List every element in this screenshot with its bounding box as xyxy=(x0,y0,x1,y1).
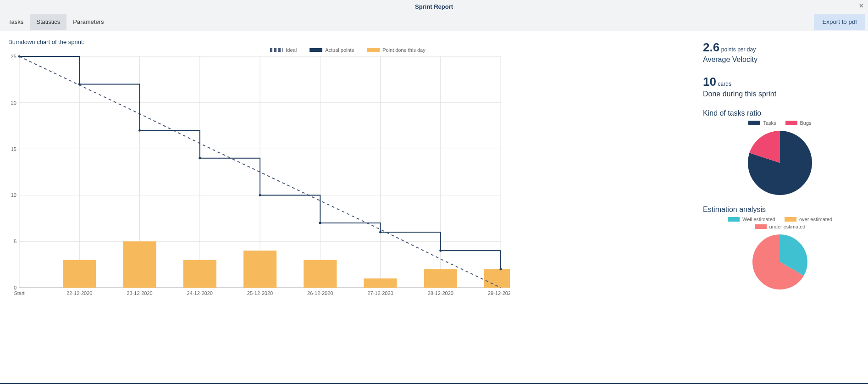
est-legend-over: over estimated xyxy=(785,217,832,222)
done-value: 10 xyxy=(703,75,716,89)
svg-text:5: 5 xyxy=(14,239,17,244)
velocity-value: 2.6 xyxy=(703,40,719,54)
svg-point-45 xyxy=(379,231,381,234)
burndown-chart-area: Burndown chart of the sprint: Ideal Actu… xyxy=(2,36,694,303)
svg-text:24-12-2020: 24-12-2020 xyxy=(187,290,213,296)
done-unit: cards xyxy=(718,81,731,87)
est-legend-well: Well estimated xyxy=(728,217,775,222)
velocity-unit: points per day xyxy=(721,46,756,53)
window-title: Sprint Report xyxy=(415,3,453,10)
swatch-ideal xyxy=(270,48,283,52)
ratio-legend-tasks-label: Tasks xyxy=(763,120,776,126)
svg-point-44 xyxy=(319,222,321,224)
svg-rect-31 xyxy=(63,260,96,288)
est-legend: Well estimated over estimated under esti… xyxy=(703,217,857,229)
svg-rect-36 xyxy=(364,278,397,288)
swatch-tasks xyxy=(748,121,760,125)
done-label: Done during this sprint xyxy=(703,90,857,98)
swatch-actual xyxy=(310,48,322,52)
svg-text:25-12-2020: 25-12-2020 xyxy=(247,290,273,296)
stat-done: 10 cards Done during this sprint xyxy=(703,75,857,98)
export-pdf-button[interactable]: Export to pdf xyxy=(814,14,865,30)
stat-velocity: 2.6 points per day Average Velocity xyxy=(703,40,857,64)
ratio-legend-bugs: Bugs xyxy=(785,120,812,126)
velocity-label: Average Velocity xyxy=(703,56,857,64)
tab-statistics[interactable]: Statistics xyxy=(30,14,66,30)
burndown-title: Burndown chart of the sprint: xyxy=(8,39,690,45)
legend-bars: Point done this day xyxy=(367,47,426,53)
svg-text:10: 10 xyxy=(11,192,17,198)
burndown-chart: 0510152025Start22-12-202023-12-202024-12… xyxy=(6,54,510,301)
svg-text:23-12-2020: 23-12-2020 xyxy=(127,290,152,296)
svg-text:0: 0 xyxy=(14,285,17,290)
svg-point-42 xyxy=(199,157,201,159)
legend-actual-label: Actual points xyxy=(325,47,354,53)
svg-rect-38 xyxy=(484,269,510,288)
svg-rect-32 xyxy=(123,241,156,288)
ratio-legend-tasks: Tasks xyxy=(748,120,776,126)
burndown-legend: Ideal Actual points Point done this day xyxy=(6,47,690,53)
svg-text:29-12-2020: 29-12-2020 xyxy=(488,290,510,296)
tabbar: Tasks Statistics Parameters Export to pd… xyxy=(0,13,868,31)
window-titlebar: Sprint Report × xyxy=(0,0,868,13)
svg-rect-37 xyxy=(424,269,457,288)
ratio-legend: Tasks Bugs xyxy=(703,120,857,126)
close-icon[interactable]: × xyxy=(859,2,863,10)
tab-parameters[interactable]: Parameters xyxy=(66,14,110,30)
swatch-over xyxy=(785,217,796,222)
svg-rect-33 xyxy=(183,260,216,288)
svg-point-40 xyxy=(78,83,81,85)
svg-rect-34 xyxy=(243,250,276,288)
swatch-well xyxy=(728,217,740,222)
legend-ideal-label: Ideal xyxy=(286,47,297,53)
svg-rect-35 xyxy=(304,260,337,288)
svg-point-41 xyxy=(138,129,141,132)
svg-text:26-12-2020: 26-12-2020 xyxy=(307,290,333,296)
swatch-under xyxy=(755,224,767,229)
svg-text:Start: Start xyxy=(14,290,24,296)
est-legend-over-label: over estimated xyxy=(799,217,832,222)
svg-text:27-12-2020: 27-12-2020 xyxy=(367,290,393,296)
svg-text:20: 20 xyxy=(11,100,17,106)
svg-point-43 xyxy=(259,194,261,196)
est-title: Estimation analysis xyxy=(703,206,857,214)
est-legend-under-label: under estimated xyxy=(769,224,806,229)
pie-ratio xyxy=(746,128,814,197)
ratio-title: Kind of tasks ratio xyxy=(703,109,857,117)
svg-text:28-12-2020: 28-12-2020 xyxy=(428,290,453,296)
est-legend-under: under estimated xyxy=(755,224,806,229)
sidebar: 2.6 points per day Average Velocity 10 c… xyxy=(694,36,868,303)
pie-estimation xyxy=(750,232,810,292)
svg-text:25: 25 xyxy=(11,54,17,59)
tab-tasks[interactable]: Tasks xyxy=(2,14,30,30)
ratio-legend-bugs-label: Bugs xyxy=(800,120,812,126)
main-content: Burndown chart of the sprint: Ideal Actu… xyxy=(0,31,868,303)
svg-text:15: 15 xyxy=(11,146,17,152)
legend-bars-label: Point done this day xyxy=(382,47,426,53)
svg-point-47 xyxy=(500,268,502,270)
swatch-bugs xyxy=(785,121,797,125)
swatch-bars xyxy=(367,48,380,52)
svg-point-39 xyxy=(18,56,21,58)
legend-actual: Actual points xyxy=(310,47,354,53)
est-legend-well-label: Well estimated xyxy=(742,217,775,222)
svg-text:22-12-2020: 22-12-2020 xyxy=(66,290,92,296)
legend-ideal: Ideal xyxy=(270,47,297,53)
svg-point-46 xyxy=(439,250,442,252)
